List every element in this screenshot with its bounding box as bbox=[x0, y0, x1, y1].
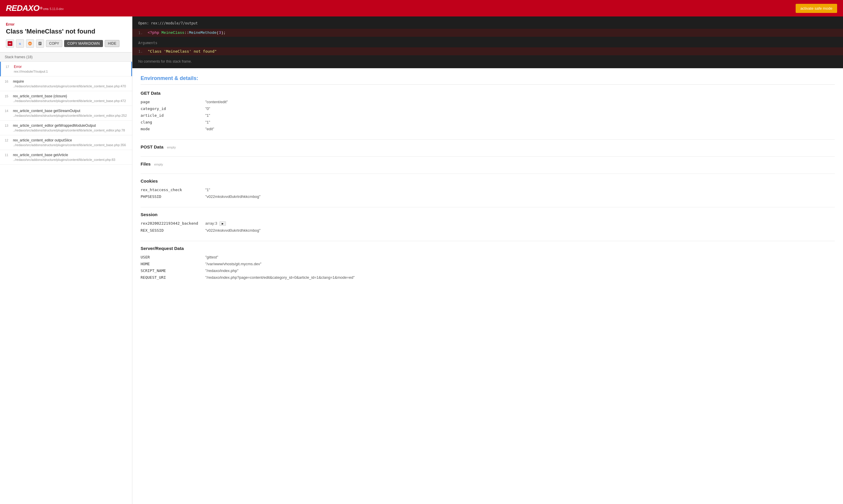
code-text: <?php MeineClass::MeineMethode(3); bbox=[148, 31, 226, 35]
table-key: article_id bbox=[141, 112, 205, 119]
table-value: "v022mkskvvd0ukrtrdhkkcmbog" bbox=[205, 227, 835, 234]
files-group: Files empty bbox=[141, 161, 835, 166]
arg-number: 1. bbox=[138, 49, 144, 54]
get-data-title: GET Data bbox=[141, 91, 835, 95]
frame-name: rex_article_content_base getArticle bbox=[13, 153, 68, 157]
stack-frame[interactable]: 15 rex_article_content_base {closure} ..… bbox=[0, 91, 132, 106]
arg-value: "Class 'MeineClass' not found" bbox=[148, 49, 217, 54]
main-container: Error Class 'MeineClass' not found RX G … bbox=[0, 16, 843, 504]
code-keyword: <?php bbox=[148, 31, 161, 35]
stack-frame[interactable]: 12 rex_article_content_editor outputSlic… bbox=[0, 135, 132, 150]
divider-3 bbox=[141, 174, 835, 174]
table-row: REX_SESSID "v022mkskvvd0ukrtrdhkkcmbog" bbox=[141, 227, 835, 234]
svg-text:SO: SO bbox=[29, 43, 31, 45]
table-row: mode "edit" bbox=[141, 126, 835, 132]
error-section: Error Class 'MeineClass' not found RX G … bbox=[0, 16, 132, 52]
svg-text:G: G bbox=[19, 42, 21, 45]
frame-number: 16 bbox=[5, 79, 11, 83]
google-icon[interactable]: G bbox=[16, 39, 24, 48]
server-title: Server/Request Data bbox=[141, 246, 835, 251]
frame-path: ../redaxo/src/addons/structure/plugins/c… bbox=[5, 84, 127, 88]
hide-button[interactable]: HIDE bbox=[105, 40, 120, 47]
stack-frames-list: 17 Error rex:///module/7/output:1 16 req… bbox=[0, 62, 132, 165]
frame-number: 13 bbox=[5, 124, 11, 127]
safe-mode-button[interactable]: activate safe mode bbox=[796, 4, 837, 13]
table-key: rex20200222193442_backend bbox=[141, 220, 205, 227]
table-key: REX_SESSID bbox=[141, 227, 205, 234]
stack-frame[interactable]: 16 require ../redaxo/src/addons/structur… bbox=[0, 76, 132, 91]
table-row: REQUEST_URI "/redaxo/index.php?page=cont… bbox=[141, 274, 835, 281]
frame-name: rex_article_content_base getStreamOutput bbox=[13, 109, 80, 113]
table-row: rex20200222193442_backend array:3 ► bbox=[141, 220, 835, 227]
table-value: "/redaxo/index.php?page=content/edit&cat… bbox=[205, 274, 835, 281]
cookies-title: Cookies bbox=[141, 179, 835, 183]
table-key: REQUEST_URI bbox=[141, 274, 205, 281]
svg-rect-7 bbox=[39, 43, 41, 43]
table-value: "1" bbox=[205, 119, 835, 126]
get-data-group: GET Data page "content/edit" category_id… bbox=[141, 91, 835, 132]
header: REDAXO ® cms 5.11.0-dev activate safe mo… bbox=[0, 0, 843, 16]
divider-1 bbox=[141, 139, 835, 140]
frame-path: rex:///module/7/output:1 bbox=[5, 70, 127, 73]
server-table: USER "gittest" HOME "/var/www/vhosts/git… bbox=[141, 254, 835, 281]
table-key: rex_htaccess_check bbox=[141, 186, 205, 193]
files-badge: empty bbox=[154, 163, 163, 166]
left-panel: Error Class 'MeineClass' not found RX G … bbox=[0, 16, 132, 504]
env-title: Environment & details: bbox=[141, 75, 835, 85]
frame-path: ../redaxo/src/addons/structure/plugins/c… bbox=[5, 158, 127, 161]
stack-frames-header: Stack frames (18) bbox=[0, 52, 132, 62]
table-key: clang bbox=[141, 119, 205, 126]
table-value: "/var/www/vhosts/git.mycms.dev" bbox=[205, 260, 835, 267]
server-group: Server/Request Data USER "gittest" HOME … bbox=[141, 246, 835, 281]
open-text: Open: bbox=[138, 21, 151, 25]
table-row: page "content/edit" bbox=[141, 98, 835, 105]
frame-name: Error bbox=[14, 65, 22, 69]
line-number: 1. bbox=[138, 31, 144, 35]
files-title: Files empty bbox=[141, 161, 835, 166]
divider-5 bbox=[141, 241, 835, 241]
session-title: Session bbox=[141, 212, 835, 217]
redaxo-icon[interactable]: RX bbox=[6, 39, 14, 48]
logo-cms: cms bbox=[43, 7, 49, 11]
frame-name: rex_article_content_base {closure} bbox=[13, 94, 67, 98]
error-title: Class 'MeineClass' not found bbox=[6, 28, 126, 35]
table-key: SCRIPT_NAME bbox=[141, 267, 205, 274]
stack-frame[interactable]: 11 rex_article_content_base getArticle .… bbox=[0, 150, 132, 165]
table-value: "edit" bbox=[205, 126, 835, 132]
svg-rect-8 bbox=[39, 44, 40, 44]
code-classname: MeineClass bbox=[161, 31, 184, 35]
frame-path: ../redaxo/src/addons/structure/plugins/c… bbox=[5, 143, 127, 147]
cookies-group: Cookies rex_htaccess_check "1" PHPSESSID… bbox=[141, 179, 835, 200]
table-key: page bbox=[141, 98, 205, 105]
stackoverflow-icon[interactable]: SO bbox=[26, 39, 34, 48]
frame-number: 14 bbox=[5, 109, 11, 113]
stack-frame[interactable]: 14 rex_article_content_base getStreamOut… bbox=[0, 106, 132, 121]
table-row: clang "1" bbox=[141, 119, 835, 126]
table-key: USER bbox=[141, 254, 205, 260]
post-data-group: POST Data empty bbox=[141, 144, 835, 149]
frame-number: 11 bbox=[5, 153, 11, 157]
code-separator: :: bbox=[184, 31, 189, 35]
copy-markdown-button[interactable]: COPY MARKDOWN bbox=[64, 40, 103, 47]
stack-frame[interactable]: 13 rex_article_content_editor getWrapped… bbox=[0, 121, 132, 135]
table-value: "0" bbox=[205, 105, 835, 112]
frame-path: ../redaxo/src/addons/structure/plugins/c… bbox=[5, 99, 127, 103]
frame-number: 12 bbox=[5, 138, 11, 142]
table-row: SCRIPT_NAME "/redaxo/index.php" bbox=[141, 267, 835, 274]
right-panel: Open: rex:///module/7/output 1. <?php Me… bbox=[132, 16, 843, 504]
code-method: MeineMethode bbox=[189, 31, 216, 35]
no-comments: No comments for this stack frame. bbox=[138, 59, 837, 64]
code-highlighted-line: 1. <?php MeineClass::MeineMethode(3); bbox=[132, 29, 843, 37]
expand-button[interactable]: ► bbox=[219, 221, 226, 226]
post-data-title: POST Data empty bbox=[141, 144, 835, 149]
frame-name: require bbox=[13, 79, 24, 84]
stack-frame[interactable]: 17 Error rex:///module/7/output:1 bbox=[0, 62, 132, 76]
table-value: "gittest" bbox=[205, 254, 835, 260]
docs-icon[interactable] bbox=[36, 39, 44, 48]
copy-button[interactable]: COPY bbox=[46, 40, 62, 47]
scroll-indicator bbox=[131, 62, 132, 76]
frame-path: ../redaxo/src/addons/structure/plugins/c… bbox=[5, 114, 127, 117]
env-section: Environment & details: GET Data page "co… bbox=[132, 68, 843, 295]
logo-area: REDAXO ® cms 5.11.0-dev bbox=[6, 3, 64, 13]
table-key: HOME bbox=[141, 260, 205, 267]
